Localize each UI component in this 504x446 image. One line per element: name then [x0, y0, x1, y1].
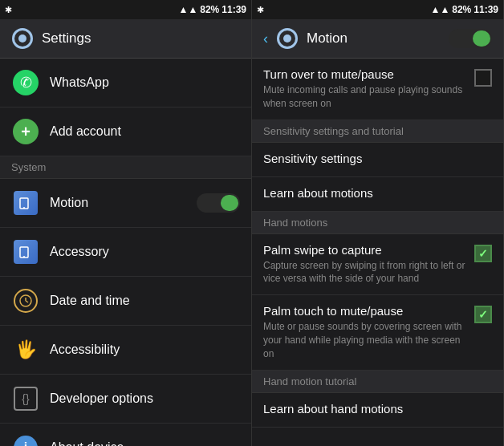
accessory-label: Accessory — [50, 245, 109, 259]
left-panel: ✱ ▲▲ 82% 11:39 Settings ✆ WhatsApp + Add… — [0, 0, 252, 446]
turn-over-title: Turn over to mute/pause — [263, 67, 468, 81]
sidebar-item-add-account[interactable]: + Add account — [0, 107, 251, 156]
settings-icon — [11, 27, 34, 50]
palm-touch-checkbox[interactable] — [474, 306, 492, 323]
hand-icon: 🖐 — [15, 339, 37, 360]
palm-touch-item[interactable]: Palm touch to mute/pause Mute or pause s… — [252, 295, 503, 370]
right-panel: ✱ ▲▲ 82% 11:39 ‹ Motion I Turn over to m… — [252, 0, 504, 446]
info-icon: i — [14, 436, 38, 446]
palm-swipe-desc: Capture screen by swiping it from right … — [263, 259, 468, 286]
turn-over-mute-item[interactable]: Turn over to mute/pause Mute incoming ca… — [252, 59, 503, 120]
sidebar-item-whatsapp[interactable]: ✆ WhatsApp — [0, 59, 251, 107]
clock-icon — [14, 289, 38, 313]
add-icon: + — [13, 119, 39, 144]
gear-icon — [12, 28, 33, 49]
sensitivity-settings-item[interactable]: Sensitivity settings — [252, 143, 503, 177]
header-toggle-area: I — [449, 29, 492, 48]
left-status-right: ▲▲ 82% 11:39 — [179, 4, 247, 15]
right-status-right: ▲▲ 82% 11:39 — [431, 4, 499, 15]
svg-point-1 — [23, 207, 25, 209]
clock-status-right: 11:39 — [474, 4, 498, 15]
accessory-icon — [14, 240, 38, 264]
sidebar-item-about[interactable]: i About device — [0, 424, 251, 446]
add-account-label: Add account — [50, 124, 121, 139]
motion-header-toggle[interactable]: I — [449, 29, 492, 48]
accessory-icon-container — [11, 237, 40, 266]
signal-icon-right: ▲▲ — [431, 4, 450, 15]
turn-over-checkbox[interactable] — [474, 69, 492, 87]
whatsapp-icon: ✆ — [13, 70, 39, 95]
learn-motions-title: Learn about motions — [263, 186, 492, 200]
right-header: ‹ Motion I — [252, 19, 503, 59]
left-header: Settings — [0, 19, 251, 59]
right-status-bar: ✱ ▲▲ 82% 11:39 — [252, 0, 503, 19]
clock-status: 11:39 — [222, 4, 246, 15]
about-label: About device — [50, 440, 124, 446]
add-account-icon-container: + — [11, 117, 40, 146]
motion-header-icon — [276, 27, 299, 50]
palm-swipe-row: Palm swipe to capture Capture screen by … — [263, 243, 492, 286]
signal-icon: ▲▲ — [179, 4, 198, 15]
palm-swipe-item[interactable]: Palm swipe to capture Capture screen by … — [252, 234, 503, 296]
sensitivity-settings-title: Sensitivity settings — [263, 152, 492, 165]
motion-icon — [14, 191, 38, 215]
battery-level-right: 82% — [452, 4, 471, 15]
right-content: Turn over to mute/pause Mute incoming ca… — [252, 59, 503, 446]
sidebar-item-motion[interactable]: Motion I — [0, 179, 251, 228]
sidebar-item-accessibility[interactable]: 🖐 Accessibility — [0, 326, 251, 375]
right-header-title: Motion — [307, 30, 348, 47]
developer-icon-container: {} — [11, 384, 40, 413]
palm-touch-content: Palm touch to mute/pause Mute or pause s… — [263, 304, 474, 360]
palm-swipe-content: Palm swipe to capture Capture screen by … — [263, 243, 474, 286]
hand-motions-divider: Hand motions — [252, 212, 503, 234]
hand-tutorial-divider: Hand motion tutorial — [252, 371, 503, 393]
sidebar-item-developer[interactable]: {} Developer options — [0, 375, 251, 424]
motion-gear-icon — [277, 28, 298, 49]
motion-icon-container — [11, 189, 40, 217]
svg-line-6 — [26, 301, 28, 302]
motion-toggle[interactable]: I — [197, 193, 240, 213]
palm-swipe-title: Palm swipe to capture — [263, 243, 468, 257]
palm-touch-desc: Mute or pause sounds by covering screen … — [263, 320, 468, 360]
date-time-icon-container — [11, 286, 40, 315]
learn-motions-item[interactable]: Learn about motions — [252, 177, 503, 212]
bluetooth-icon-right: ✱ — [257, 5, 264, 15]
left-content: ✆ WhatsApp + Add account System — [0, 59, 251, 446]
whatsapp-icon-container: ✆ — [11, 68, 40, 97]
bluetooth-icon: ✱ — [5, 5, 12, 15]
turn-over-row: Turn over to mute/pause Mute incoming ca… — [263, 67, 492, 111]
date-time-label: Date and time — [50, 294, 130, 308]
right-status-icons: ✱ — [257, 5, 264, 15]
battery-level: 82% — [200, 4, 219, 15]
developer-label: Developer options — [50, 391, 153, 406]
learn-hand-item[interactable]: Learn about hand motions — [252, 393, 503, 428]
sidebar-item-date-time[interactable]: Date and time — [0, 277, 251, 326]
sidebar-item-accessory[interactable]: Accessory — [0, 228, 251, 277]
svg-point-3 — [23, 256, 25, 257]
back-button[interactable]: ‹ — [263, 30, 268, 47]
palm-touch-title: Palm touch to mute/pause — [263, 304, 468, 318]
accessibility-label: Accessibility — [50, 343, 120, 357]
left-status-bar: ✱ ▲▲ 82% 11:39 — [0, 0, 251, 19]
accessibility-icon-container: 🖐 — [11, 335, 40, 364]
turn-over-desc: Mute incoming calls and pause playing so… — [263, 83, 468, 111]
left-header-title: Settings — [42, 30, 91, 47]
whatsapp-label: WhatsApp — [50, 75, 109, 90]
left-status-icons: ✱ — [5, 5, 12, 15]
about-icon-container: i — [11, 433, 40, 446]
palm-swipe-checkbox[interactable] — [474, 245, 492, 262]
turn-over-content: Turn over to mute/pause Mute incoming ca… — [263, 67, 474, 111]
sensitivity-divider: Sensitivity settings and tutorial — [252, 120, 503, 143]
learn-hand-title: Learn about hand motions — [263, 402, 492, 416]
palm-touch-row: Palm touch to mute/pause Mute or pause s… — [263, 304, 492, 360]
system-section-label: System — [0, 156, 251, 179]
developer-icon: {} — [14, 387, 38, 411]
motion-label: Motion — [50, 196, 88, 210]
